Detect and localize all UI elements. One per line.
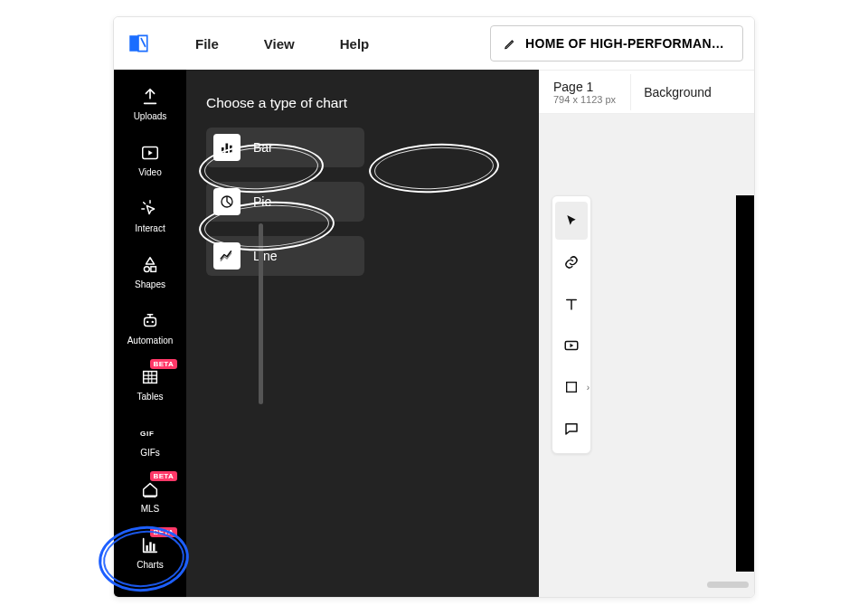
sidebar-item-automation[interactable]: Automation (114, 299, 186, 355)
logo-icon (127, 32, 150, 55)
svg-rect-18 (567, 383, 577, 393)
tool-link[interactable] (555, 243, 588, 281)
svg-rect-10 (146, 545, 147, 551)
left-sidebar: UploadsVideoInteractShapesAutomationBETA… (114, 70, 186, 597)
beta-badge: BETA (150, 527, 177, 537)
chart-option-pie[interactable]: Pie (206, 182, 364, 222)
app-logo[interactable] (114, 32, 163, 55)
vertical-toolstrip: › (552, 195, 591, 454)
play-icon (139, 142, 161, 164)
panel-scroll-thumb[interactable] (259, 223, 263, 404)
sidebar-item-shapes[interactable]: Shapes (114, 243, 186, 299)
sidebar-item-tables[interactable]: BETATables (114, 355, 186, 412)
sidebar-item-label: Shapes (135, 279, 165, 289)
canvas-area: › (539, 113, 754, 597)
shapes-icon (139, 254, 161, 276)
line-chart-icon (213, 242, 241, 270)
chevron-right-icon: › (587, 383, 590, 393)
house-icon (139, 478, 161, 500)
svg-rect-13 (222, 147, 224, 153)
svg-rect-12 (153, 544, 155, 551)
chart-type-grid: BarPieLine (206, 128, 519, 276)
sidebar-item-gifs[interactable]: GIFGIFs (114, 412, 186, 468)
svg-rect-3 (145, 317, 156, 326)
tool-select[interactable] (555, 202, 588, 240)
tool-shape[interactable]: › (555, 368, 588, 406)
sidebar-item-label: GIFs (140, 448, 160, 458)
text-icon (563, 296, 580, 312)
tool-media[interactable] (555, 326, 588, 364)
chart-icon (139, 535, 161, 556)
chart-option-label: Line (253, 249, 277, 263)
svg-rect-2 (151, 266, 156, 271)
menu-view[interactable]: View (264, 36, 295, 52)
sidebar-item-label: Video (138, 167, 161, 177)
chat-icon (563, 421, 580, 437)
bar-chart-icon (213, 134, 241, 161)
app-window: File View Help HOME OF HIGH-PERFORMANCE…… (113, 16, 755, 598)
charts-panel: Choose a type of chart BarPieLine (186, 70, 539, 597)
beta-badge: BETA (150, 471, 177, 481)
horizontal-scrollbar-thumb[interactable] (707, 582, 749, 588)
tool-comment[interactable] (555, 410, 588, 448)
pie-chart-icon (213, 188, 241, 215)
svg-text:GIF: GIF (140, 429, 155, 437)
menu-file[interactable]: File (195, 36, 219, 52)
svg-rect-14 (226, 144, 229, 154)
cursor-icon (564, 213, 579, 228)
sidebar-item-mls[interactable]: BETAMLS (114, 468, 186, 524)
sidebar-item-label: MLS (141, 504, 160, 514)
gif-icon: GIF (139, 422, 161, 444)
page-name: Page 1 (553, 80, 616, 94)
menu-help[interactable]: Help (340, 36, 370, 52)
square-icon (564, 380, 579, 394)
sidebar-item-label: Interact (135, 223, 165, 233)
chart-option-line[interactable]: Line (206, 236, 364, 276)
sidebar-item-label: Uploads (134, 111, 167, 121)
document-title-button[interactable]: HOME OF HIGH-PERFORMANCE… (490, 25, 743, 62)
svg-point-4 (146, 320, 148, 322)
table-icon (139, 366, 161, 388)
pencil-icon (504, 37, 516, 51)
pointer-click-icon (139, 198, 161, 220)
page-tab[interactable]: Page 1 794 x 1123 px (539, 74, 631, 110)
robot-icon (139, 310, 161, 332)
top-menubar: File View Help HOME OF HIGH-PERFORMANCE… (114, 17, 754, 70)
document-edge (736, 195, 754, 572)
chart-option-label: Bar (253, 140, 273, 155)
sidebar-item-uploads[interactable]: Uploads (114, 75, 186, 131)
upload-icon (139, 86, 161, 108)
charts-panel-heading: Choose a type of chart (206, 95, 519, 111)
sidebar-item-video[interactable]: Video (114, 131, 186, 187)
panel-scrollbar[interactable] (259, 169, 264, 579)
tool-text[interactable] (555, 285, 588, 323)
sidebar-item-label: Charts (137, 560, 163, 570)
background-tab[interactable]: Background (631, 85, 724, 99)
sidebar-item-interact[interactable]: Interact (114, 187, 186, 243)
svg-rect-6 (144, 371, 157, 383)
document-title-text: HOME OF HIGH-PERFORMANCE… (525, 36, 730, 51)
svg-point-5 (152, 320, 154, 322)
page-dimensions: 794 x 1123 px (553, 94, 616, 105)
svg-rect-15 (230, 146, 232, 153)
link-icon (563, 254, 580, 270)
beta-badge: BETA (150, 359, 177, 369)
svg-rect-11 (149, 542, 151, 551)
sidebar-item-label: Tables (137, 392, 164, 402)
chart-option-bar[interactable]: Bar (206, 128, 364, 167)
sidebar-item-charts[interactable]: BETACharts (114, 524, 186, 580)
sidebar-item-label: Automation (127, 336, 174, 345)
playbox-icon (563, 337, 580, 354)
svg-point-1 (144, 266, 149, 271)
